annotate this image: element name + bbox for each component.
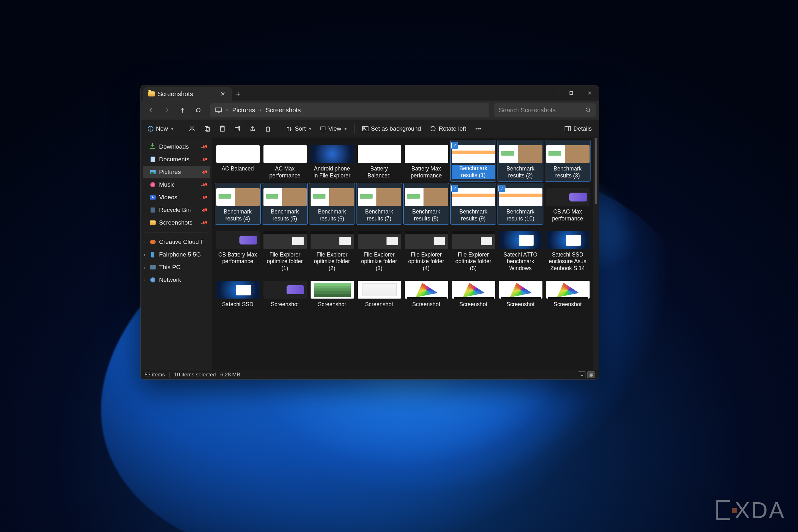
file-item[interactable]: Benchmark results (1)	[450, 140, 496, 182]
delete-button[interactable]	[261, 122, 275, 135]
file-item[interactable]: Android phone in File Explorer	[309, 140, 355, 182]
file-item[interactable]: File Explorer optimize folder (2)	[309, 226, 355, 274]
file-thumbnail	[216, 281, 260, 299]
sidebar-item-cc[interactable]: ›Creative Cloud F	[142, 236, 210, 248]
thumbnails-view-button[interactable]: ▦	[587, 371, 595, 378]
file-item[interactable]: File Explorer optimize folder (4)	[403, 226, 449, 274]
file-item[interactable]: Battery Max performance	[403, 140, 449, 182]
chevron-right-icon[interactable]: ›	[144, 265, 145, 270]
cut-button[interactable]	[185, 122, 199, 135]
file-item[interactable]: AC Max performance	[262, 140, 308, 182]
chevron-right-icon[interactable]: ›	[144, 240, 145, 245]
sidebar-item-fp5[interactable]: ›Fairphone 5 5G	[142, 248, 210, 261]
file-thumbnail	[264, 281, 307, 299]
command-bar: New▾ Sort▾ View▾ Set as background Rotat…	[141, 119, 599, 138]
file-item[interactable]: Benchmark results (3)	[545, 140, 590, 182]
file-thumbnail	[358, 145, 401, 163]
maximize-button[interactable]	[562, 86, 581, 100]
sidebar-item-pictures[interactable]: Pictures📌	[142, 166, 210, 178]
sidebar-item-thispc[interactable]: ›This PC	[142, 261, 210, 273]
file-thumbnail	[264, 145, 307, 163]
refresh-button[interactable]	[191, 103, 205, 117]
file-item[interactable]: Satechi SSD enclosure Asus Zenbook S 14	[545, 226, 590, 274]
file-item[interactable]: Screenshot	[309, 276, 355, 310]
file-thumbnail	[405, 231, 448, 249]
tab-screenshots[interactable]: Screenshots ✕	[143, 87, 232, 100]
file-item[interactable]: Satechi ATTO benchmark Windows	[497, 226, 544, 274]
sidebar-item-net[interactable]: ›Network	[142, 273, 210, 286]
up-button[interactable]	[175, 103, 189, 117]
file-name: Battery Max performance	[405, 165, 448, 179]
sidebar-item-videos[interactable]: Videos📌	[142, 191, 210, 204]
forward-button[interactable]	[160, 103, 174, 117]
file-item[interactable]: Benchmark results (6)	[309, 183, 355, 225]
file-item[interactable]: Screenshot	[545, 276, 590, 310]
share-button[interactable]	[246, 122, 260, 135]
details-view-button[interactable]: ≡	[578, 371, 586, 378]
close-window-button[interactable]	[581, 86, 599, 100]
svg-line-8	[589, 111, 590, 112]
file-item[interactable]: File Explorer optimize folder (5)	[450, 226, 496, 274]
sidebar-item-downloads[interactable]: Downloads📌	[142, 140, 210, 153]
file-item[interactable]: Benchmark results (2)	[497, 140, 544, 182]
chevron-right-icon[interactable]: ›	[259, 107, 263, 113]
breadcrumb-screenshots[interactable]: Screenshots	[263, 103, 304, 117]
minimize-button[interactable]	[544, 86, 562, 100]
rotate-left-button[interactable]: Rotate left	[426, 122, 470, 135]
new-tab-button[interactable]: ＋	[232, 87, 245, 100]
file-name: AC Max performance	[264, 165, 306, 179]
sidebar-item-music[interactable]: Music📌	[142, 178, 210, 191]
file-item[interactable]: Benchmark results (9)	[450, 183, 496, 225]
scrollbar[interactable]	[593, 138, 599, 370]
file-item[interactable]: Screenshot	[403, 276, 449, 310]
file-item[interactable]: Benchmark results (5)	[262, 183, 308, 225]
more-button[interactable]	[471, 122, 485, 135]
set-background-button[interactable]: Set as background	[358, 122, 425, 135]
file-item[interactable]: Benchmark results (7)	[356, 183, 402, 225]
chevron-right-icon[interactable]: ›	[144, 252, 145, 257]
address-bar[interactable]: › Pictures › Screenshots	[210, 103, 489, 117]
file-item[interactable]: File Explorer optimize folder (1)	[262, 226, 308, 274]
pin-icon: 📌	[200, 155, 208, 163]
file-thumbnail	[452, 231, 495, 249]
search-input[interactable]	[499, 107, 582, 114]
file-item[interactable]: Screenshot	[262, 276, 308, 310]
file-item[interactable]: Benchmark results (8)	[403, 183, 449, 225]
file-item[interactable]: Screenshot	[356, 276, 402, 310]
sidebar-item-screenshots[interactable]: Screenshots📌	[142, 216, 210, 229]
tab-title: Screenshots	[158, 91, 215, 98]
details-pane-button[interactable]: Details	[561, 122, 595, 135]
back-button[interactable]	[144, 103, 158, 117]
file-name: Battery Balanced	[358, 165, 400, 179]
scrollbar-thumb[interactable]	[595, 138, 597, 204]
file-item[interactable]: Screenshot	[497, 276, 544, 310]
file-grid[interactable]: AC BalancedAC Max performanceAndroid pho…	[212, 138, 593, 370]
search-box[interactable]	[494, 103, 595, 117]
file-item[interactable]: Satechi SSD	[215, 276, 261, 310]
sidebar-item-label: Downloads	[159, 143, 189, 150]
file-item[interactable]: Benchmark results (10)	[497, 183, 544, 225]
file-item[interactable]: Benchmark results (4)	[215, 183, 261, 225]
file-thumbnail	[310, 188, 354, 206]
file-thumbnail	[358, 188, 401, 206]
sort-button[interactable]: Sort▾	[283, 122, 315, 135]
file-item[interactable]: Screenshot	[450, 276, 496, 310]
paste-button[interactable]	[215, 122, 229, 135]
svg-point-30	[363, 128, 364, 128]
chevron-right-icon[interactable]: ›	[144, 278, 145, 282]
new-button[interactable]: New▾	[144, 122, 177, 135]
view-button[interactable]: View▾	[316, 122, 350, 135]
tab-close-button[interactable]: ✕	[218, 90, 227, 98]
rename-button[interactable]	[231, 122, 245, 135]
file-item[interactable]: Battery Balanced	[356, 140, 402, 182]
sidebar-item-documents[interactable]: Documents📌	[142, 153, 210, 166]
chevron-right-icon[interactable]: ›	[225, 107, 229, 113]
address-root-icon[interactable]	[212, 103, 225, 117]
breadcrumb-pictures[interactable]: Pictures	[229, 103, 258, 117]
file-item[interactable]: File Explorer optimize folder (3)	[356, 226, 402, 274]
file-item[interactable]: CB Battery Max performance	[215, 226, 261, 274]
sidebar-item-recycle[interactable]: Recycle Bin📌	[142, 204, 210, 216]
file-item[interactable]: CB AC Max performance	[545, 183, 590, 225]
copy-button[interactable]	[200, 122, 214, 135]
file-item[interactable]: AC Balanced	[215, 140, 261, 182]
